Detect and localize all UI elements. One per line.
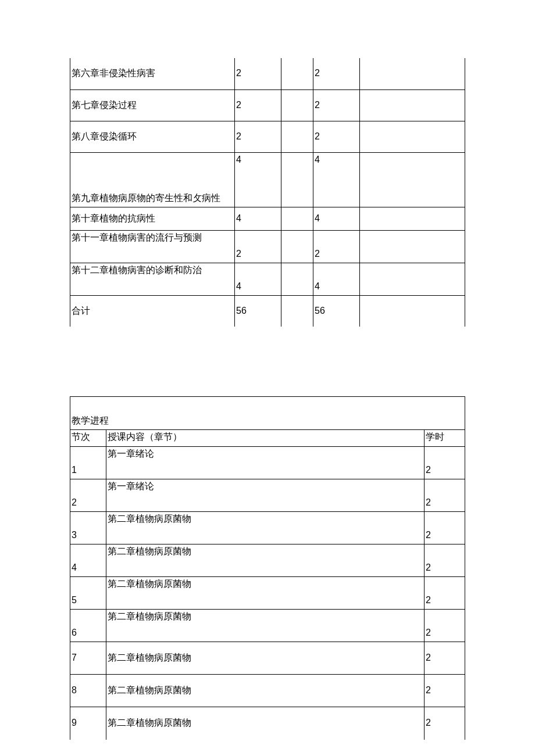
table-row: 合计5656 [70, 295, 465, 327]
chapter-name: 第十二章植物病害的诊断和防治 [70, 263, 234, 277]
value-3: 2 [313, 99, 359, 112]
table-row: 1第一章绪论2 [70, 447, 465, 479]
value-1: 2 [235, 248, 281, 263]
chapter-hours-table: 第六章非侵染性病害22第七章侵染过程22第八章侵染循环22第九章植物病原物的寄生… [70, 58, 465, 327]
session-number: 1 [70, 464, 106, 479]
chapter-name: 第七章侵染过程 [70, 99, 234, 112]
session-number: 5 [70, 594, 106, 609]
title-row: 教学进程 [70, 397, 465, 430]
value-4 [360, 260, 465, 263]
table-row: 第九章植物病原物的寄生性和攵病性44 [70, 152, 465, 207]
table-row: 7第二章植物病原菌物2 [70, 642, 465, 675]
value-1: 4 [235, 213, 281, 225]
session-hours: 2 [425, 464, 465, 479]
session-content: 第二章植物病原菌物 [106, 544, 424, 558]
table-row: 第十二章植物病害的诊断和防治44 [70, 263, 465, 295]
table-row: 3第二章植物病原菌物2 [70, 512, 465, 544]
value-3: 56 [313, 305, 359, 317]
session-hours: 2 [425, 627, 465, 642]
table-row: 第十一章植物病害的流行与预测22 [70, 230, 465, 263]
header-hours: 学时 [425, 430, 465, 443]
table-row: 8第二章植物病原菌物2 [70, 675, 465, 707]
session-hours: 2 [425, 652, 465, 664]
session-hours: 2 [425, 529, 465, 544]
value-3: 2 [313, 131, 359, 143]
table-row: 6第二章植物病原菌物2 [70, 610, 465, 642]
value-2 [281, 153, 313, 154]
session-number: 2 [70, 497, 106, 511]
session-content: 第一章绪论 [106, 479, 424, 493]
session-content: 第二章植物病原菌物 [106, 717, 424, 729]
session-content: 第二章植物病原菌物 [106, 512, 424, 525]
value-2 [281, 293, 313, 295]
session-number: 4 [70, 562, 106, 576]
page: 第六章非侵染性病害22第七章侵染过程22第八章侵染循环22第九章植物病原物的寄生… [0, 0, 535, 756]
value-1: 4 [235, 153, 281, 166]
schedule-table: 教学进程 节次 授课内容（章节） 学时 1第一章绪论22第一章绪论23第二章植物… [70, 396, 465, 740]
value-1: 2 [235, 99, 281, 112]
value-1: 2 [235, 131, 281, 143]
value-3: 4 [313, 213, 359, 225]
table-row: 9第二章植物病原菌物2 [70, 707, 465, 740]
value-1: 2 [235, 67, 281, 80]
table-gap [70, 327, 465, 396]
chapter-name: 第六章非侵染性病害 [70, 67, 234, 80]
session-content: 第一章绪论 [106, 447, 424, 460]
value-3: 4 [313, 153, 359, 166]
chapter-name: 第十一章植物病害的流行与预测 [70, 231, 234, 244]
session-hours: 2 [425, 717, 465, 729]
session-content: 第二章植物病原菌物 [106, 685, 424, 697]
value-4 [360, 153, 465, 154]
session-number: 9 [70, 717, 106, 729]
table-row: 5第二章植物病原菌物2 [70, 577, 465, 610]
value-3: 4 [313, 281, 359, 295]
session-hours: 2 [425, 562, 465, 576]
value-3: 2 [313, 248, 359, 263]
value-3: 2 [313, 67, 359, 80]
session-number: 6 [70, 627, 106, 642]
session-content: 第二章植物病原菌物 [106, 610, 424, 623]
chapter-name: 第九章植物病原物的寄生性和攵病性 [70, 192, 234, 207]
table-row: 4第二章植物病原菌物2 [70, 544, 465, 577]
chapter-name: 合计 [70, 305, 234, 317]
session-hours: 2 [425, 594, 465, 609]
value-2 [281, 260, 313, 263]
table-row: 第八章侵染循环22 [70, 121, 465, 152]
session-number: 8 [70, 685, 106, 697]
value-1: 56 [235, 305, 281, 317]
schedule-title: 教学进程 [70, 415, 465, 429]
session-content: 第二章植物病原菌物 [106, 652, 424, 664]
chapter-name: 第八章侵染循环 [70, 131, 234, 143]
header-session: 节次 [70, 430, 106, 443]
header-content: 授课内容（章节） [106, 430, 424, 443]
table-row: 第十章植物的抗病性44 [70, 207, 465, 230]
session-number: 7 [70, 652, 106, 664]
header-row: 节次 授课内容（章节） 学时 [70, 430, 465, 447]
table-row: 第七章侵染过程22 [70, 89, 465, 121]
session-number: 3 [70, 529, 106, 544]
value-1: 4 [235, 281, 281, 295]
session-hours: 2 [425, 685, 465, 697]
session-hours: 2 [425, 497, 465, 511]
chapter-name: 第十章植物的抗病性 [70, 213, 234, 225]
table-row: 2第一章绪论2 [70, 479, 465, 512]
session-content: 第二章植物病原菌物 [106, 577, 424, 590]
value-4 [360, 293, 465, 295]
table-row: 第六章非侵染性病害22 [70, 58, 465, 89]
